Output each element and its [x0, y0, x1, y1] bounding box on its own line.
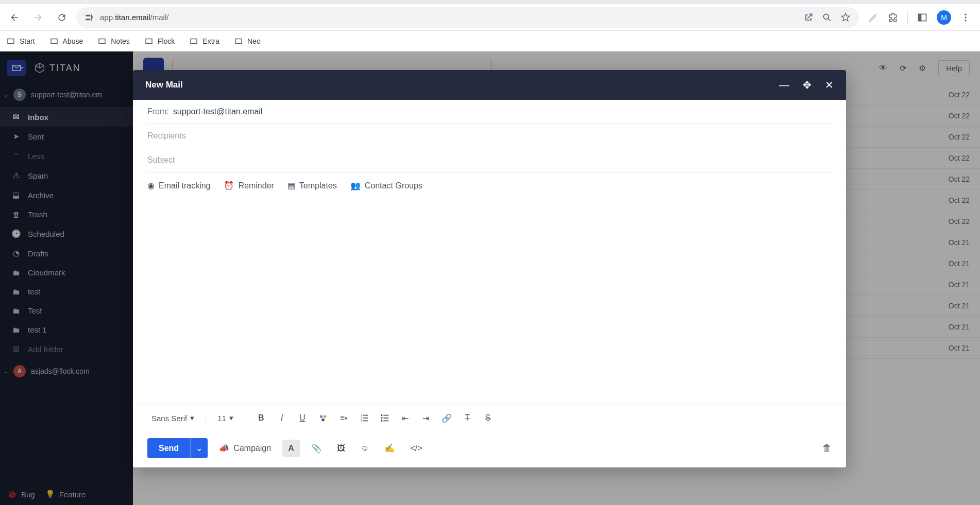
- text-color-button[interactable]: [314, 409, 332, 427]
- strikethrough-button[interactable]: S: [479, 409, 497, 427]
- insert-image-button[interactable]: 🖼: [333, 441, 349, 456]
- account-label: support-test@titan.em: [31, 91, 102, 99]
- folder-inbox[interactable]: ✉Inbox: [0, 107, 133, 127]
- font-family-select[interactable]: Sans Serif▾: [147, 411, 198, 425]
- folder-drafts[interactable]: ◔Drafts: [0, 243, 133, 263]
- text-format-button[interactable]: A: [282, 440, 300, 457]
- attach-button[interactable]: 📎: [307, 440, 326, 456]
- italic-button[interactable]: I: [273, 409, 291, 427]
- expand-icon[interactable]: ✥: [803, 80, 812, 90]
- zoom-icon[interactable]: [822, 12, 832, 23]
- folder-test-lc[interactable]: 🖿test: [0, 282, 133, 301]
- svg-rect-18: [383, 417, 388, 419]
- svg-point-7: [324, 415, 326, 418]
- folder-sent[interactable]: ➤Sent: [0, 127, 133, 146]
- browser-menu-icon[interactable]: [960, 12, 971, 23]
- envelope-icon: ✉: [11, 112, 21, 121]
- align-button[interactable]: ≡▾: [335, 409, 352, 427]
- minimize-icon[interactable]: —: [779, 80, 789, 90]
- edit-ext-icon[interactable]: [868, 12, 878, 23]
- open-external-icon[interactable]: [803, 12, 814, 23]
- indent-button[interactable]: ⇥: [417, 409, 435, 427]
- account-row-2[interactable]: ⌄ A asjads@flock.com: [0, 361, 133, 381]
- emoji-button[interactable]: ☺: [357, 441, 373, 456]
- campaign-button[interactable]: 📣Campaign: [215, 440, 275, 456]
- exclamation-icon: ⚠: [11, 171, 21, 180]
- refresh-icon[interactable]: ⟳: [900, 63, 906, 73]
- draft-icon: ◔: [11, 249, 21, 258]
- bookmark-extra[interactable]: Extra: [189, 37, 219, 46]
- site-settings-icon[interactable]: [85, 13, 94, 22]
- compose-editor[interactable]: [147, 199, 832, 404]
- folder-trash[interactable]: 🗑Trash: [0, 205, 133, 224]
- request-feature-button[interactable]: 💡Feature: [45, 490, 86, 499]
- back-button[interactable]: [5, 8, 24, 27]
- svg-point-15: [381, 414, 383, 416]
- bookmark-start[interactable]: Start: [6, 37, 35, 46]
- compose-tools: ◉Email tracking ⏰Reminder ▤Templates 👥Co…: [147, 172, 832, 199]
- folder-scheduled[interactable]: 🕒Scheduled: [0, 224, 133, 243]
- forward-button[interactable]: [29, 8, 47, 27]
- subject-field[interactable]: Subject: [147, 148, 832, 172]
- account-row-1[interactable]: ⌄ S support-test@titan.em: [0, 84, 133, 105]
- bookmark-neo[interactable]: Neo: [234, 37, 261, 46]
- folder-cloudmark[interactable]: 🖿Cloudmark: [0, 263, 133, 282]
- folder-spam[interactable]: ⚠Spam: [0, 166, 133, 185]
- recipients-placeholder: Recipients: [147, 131, 186, 141]
- sidebar-footer: 🐞Bug 💡Feature: [0, 483, 133, 505]
- profile-avatar[interactable]: M: [937, 10, 951, 25]
- svg-point-19: [381, 420, 383, 422]
- reload-button[interactable]: [53, 8, 71, 27]
- underline-button[interactable]: U: [294, 409, 311, 427]
- email-tracking-button[interactable]: ◉Email tracking: [147, 181, 210, 190]
- from-field[interactable]: From: support-test@titan.email: [147, 100, 832, 124]
- reminder-button[interactable]: ⏰Reminder: [224, 181, 274, 190]
- lightbulb-icon: 💡: [45, 490, 55, 499]
- folder-add[interactable]: ⊞Add folder: [0, 339, 133, 359]
- email-date: Oct 21: [939, 344, 970, 352]
- extensions-icon[interactable]: [888, 12, 898, 23]
- bookmark-abuse[interactable]: Abuse: [49, 37, 83, 46]
- font-size-select[interactable]: 11▾: [213, 411, 238, 425]
- contact-groups-button[interactable]: 👥Contact Groups: [350, 181, 423, 190]
- code-button[interactable]: </>: [406, 441, 426, 456]
- bookmark-star-icon[interactable]: [840, 12, 851, 23]
- svg-rect-2: [919, 14, 922, 21]
- close-icon[interactable]: ✕: [825, 80, 834, 90]
- folder-test1[interactable]: 🖿test 1: [0, 320, 133, 339]
- report-bug-button[interactable]: 🐞Bug: [7, 490, 35, 499]
- bookmarks-bar: Start Abuse Notes Flock Extra Neo: [0, 31, 980, 51]
- app-container: TITAN ⌄ S support-test@titan.em ✉Inbox ➤…: [0, 51, 980, 505]
- account-label: asjads@flock.com: [31, 367, 90, 375]
- send-button[interactable]: Send: [147, 439, 190, 458]
- recipients-field[interactable]: Recipients: [147, 124, 832, 148]
- settings-icon[interactable]: ⚙: [919, 63, 926, 73]
- bold-button[interactable]: B: [252, 409, 270, 427]
- bullet-list-button[interactable]: [376, 409, 394, 427]
- bookmark-notes[interactable]: Notes: [97, 37, 130, 46]
- bookmark-flock[interactable]: Flock: [144, 37, 175, 46]
- toolbar-divider: [907, 11, 908, 24]
- svg-point-0: [823, 14, 829, 19]
- eye-icon[interactable]: 👁: [879, 63, 887, 73]
- svg-point-3: [965, 13, 966, 15]
- outdent-button[interactable]: ⇤: [397, 409, 414, 427]
- help-button[interactable]: Help: [938, 60, 970, 76]
- ordered-list-button[interactable]: 123: [356, 409, 373, 427]
- folder-less-toggle[interactable]: ⌃Less: [0, 146, 133, 166]
- from-value: support-test@titan.email: [173, 107, 263, 116]
- folder-archive[interactable]: ⬓Archive: [0, 185, 133, 205]
- compose-header[interactable]: New Mail — ✥ ✕: [133, 70, 846, 100]
- send-options-button[interactable]: ⌄: [190, 438, 208, 458]
- discard-button[interactable]: 🗑: [822, 443, 832, 454]
- address-bar[interactable]: app.titan.email/mail/: [76, 7, 859, 28]
- eye-icon: ◉: [147, 181, 155, 190]
- link-button[interactable]: 🔗: [438, 409, 455, 427]
- signature-button[interactable]: ✍: [380, 440, 399, 456]
- svg-point-4: [965, 16, 966, 18]
- compose-button[interactable]: [7, 60, 26, 76]
- folder-test-uc[interactable]: 🖿Test: [0, 301, 133, 320]
- templates-button[interactable]: ▤Templates: [288, 181, 337, 190]
- sidepanel-icon[interactable]: [917, 12, 927, 23]
- clear-format-button[interactable]: T: [459, 409, 476, 427]
